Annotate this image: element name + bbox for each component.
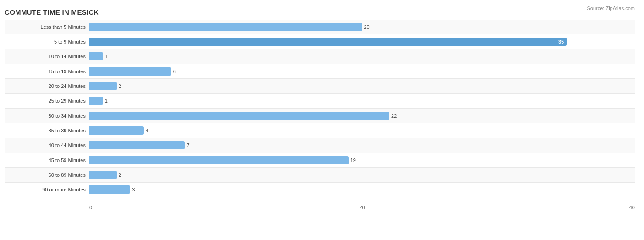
bar-value: 2: [119, 172, 121, 178]
row-label: 25 to 29 Minutes: [5, 98, 89, 104]
bar-value: 3: [132, 187, 135, 192]
bar-section: 3: [89, 184, 635, 196]
bar-row: 15 to 19 Minutes6: [5, 64, 635, 79]
bar: 7: [89, 141, 185, 149]
bar-value: 1: [105, 54, 108, 59]
bar: 19: [89, 156, 349, 164]
row-label: Less than 5 Minutes: [5, 24, 89, 30]
bar-section: 6: [89, 65, 635, 77]
row-label: 30 to 34 Minutes: [5, 113, 89, 119]
bar-row: 90 or more Minutes3: [5, 183, 635, 197]
bar-row: 40 to 44 Minutes7: [5, 138, 635, 153]
bar-rows: Less than 5 Minutes205 to 9 Minutes3510 …: [5, 20, 635, 197]
bar-value: 7: [186, 142, 189, 148]
bar-value: 35: [558, 39, 564, 44]
row-label: 90 or more Minutes: [5, 187, 89, 192]
x-axis: 02040: [89, 197, 635, 210]
bar-section: 7: [89, 139, 635, 152]
chart-area: Less than 5 Minutes205 to 9 Minutes3510 …: [5, 20, 635, 210]
x-axis-label: 40: [629, 205, 635, 210]
row-label: 5 to 9 Minutes: [5, 39, 89, 44]
bar: 35: [89, 38, 567, 46]
bar-value: 1: [105, 98, 108, 104]
bar-section: 20: [89, 21, 635, 33]
bar-row: 10 to 14 Minutes1: [5, 49, 635, 64]
bar-section: 35: [89, 35, 635, 48]
bar-section: 2: [89, 80, 635, 92]
bar-section: 19: [89, 154, 635, 166]
bar-row: Less than 5 Minutes20: [5, 20, 635, 34]
bar-section: 1: [89, 50, 635, 63]
row-label: 10 to 14 Minutes: [5, 54, 89, 59]
bar-section: 2: [89, 169, 635, 181]
bar-value: 20: [364, 24, 370, 30]
bar-row: 20 to 24 Minutes2: [5, 79, 635, 93]
bar: 6: [89, 67, 171, 76]
bar-section: 22: [89, 109, 635, 122]
bar-value: 19: [350, 158, 356, 163]
x-axis-label: 20: [359, 205, 365, 210]
bar-row: 35 to 39 Minutes4: [5, 123, 635, 138]
chart-title: COMMUTE TIME IN MESICK: [5, 8, 635, 16]
bar-row: 45 to 59 Minutes19: [5, 153, 635, 168]
bar-row: 5 to 9 Minutes35: [5, 34, 635, 49]
row-label: 40 to 44 Minutes: [5, 142, 89, 148]
bar: 2: [89, 171, 117, 179]
bar: 3: [89, 185, 130, 194]
row-label: 45 to 59 Minutes: [5, 158, 89, 163]
bar: 1: [89, 52, 103, 60]
bar-section: 1: [89, 95, 635, 107]
row-label: 35 to 39 Minutes: [5, 128, 89, 133]
row-label: 60 to 89 Minutes: [5, 172, 89, 178]
row-label: 20 to 24 Minutes: [5, 83, 89, 89]
bar: 4: [89, 126, 144, 135]
bar: 1: [89, 97, 103, 105]
bar-section: 4: [89, 124, 635, 136]
x-axis-label: 0: [89, 205, 92, 210]
bar: 22: [89, 112, 389, 120]
bar-value: 2: [119, 83, 121, 89]
source-label: Source: ZipAtlas.com: [587, 5, 635, 11]
bar-value: 6: [173, 69, 176, 74]
bar-value: 22: [391, 113, 397, 119]
bar: 2: [89, 82, 117, 90]
bar-row: 25 to 29 Minutes1: [5, 94, 635, 109]
bar-row: 30 to 34 Minutes22: [5, 109, 635, 123]
bar-row: 60 to 89 Minutes2: [5, 168, 635, 182]
row-label: 15 to 19 Minutes: [5, 69, 89, 74]
chart-container: COMMUTE TIME IN MESICK Source: ZipAtlas.…: [0, 0, 644, 240]
bar: 20: [89, 23, 362, 31]
bar-value: 4: [146, 128, 148, 133]
